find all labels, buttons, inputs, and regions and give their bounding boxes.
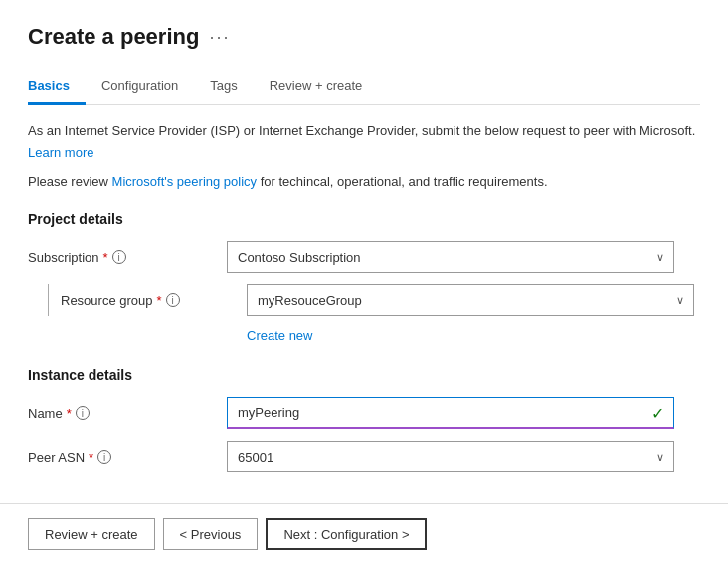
learn-more-link[interactable]: Learn more <box>28 145 93 160</box>
peer-asn-label: Peer ASN * i <box>28 450 227 465</box>
subscription-select-wrapper: Contoso Subscription <box>227 241 674 273</box>
footer: Review + create < Previous Next : Config… <box>0 503 728 564</box>
tab-configuration[interactable]: Configuration <box>101 70 194 105</box>
name-required: * <box>67 406 72 421</box>
tab-review-create[interactable]: Review + create <box>270 70 379 105</box>
resource-group-required: * <box>157 293 162 308</box>
tab-bar: Basics Configuration Tags Review + creat… <box>28 70 700 105</box>
subscription-info-icon[interactable]: i <box>112 250 126 264</box>
resource-group-select-wrapper: myResouceGroup <box>247 284 694 316</box>
next-configuration-button[interactable]: Next : Configuration > <box>266 518 427 550</box>
subscription-row: Subscription * i Contoso Subscription <box>28 241 700 273</box>
previous-button[interactable]: < Previous <box>163 518 259 550</box>
peer-asn-select-wrapper: 65001 <box>227 441 674 472</box>
resource-group-label-container: Resource group * i <box>48 284 247 316</box>
name-label: Name * i <box>28 406 227 421</box>
subscription-select[interactable]: Contoso Subscription <box>227 241 674 273</box>
resource-group-info-icon[interactable]: i <box>166 293 180 307</box>
policy-text: Please review Microsoft's peering policy… <box>28 172 700 192</box>
review-create-button[interactable]: Review + create <box>28 518 155 550</box>
peer-asn-select[interactable]: 65001 <box>227 441 674 472</box>
instance-details-header: Instance details <box>28 367 700 383</box>
resource-group-select[interactable]: myResouceGroup <box>247 284 694 316</box>
peer-asn-row: Peer ASN * i 65001 <box>28 441 700 472</box>
peer-asn-control: 65001 <box>227 441 674 472</box>
subscription-required: * <box>103 250 108 265</box>
page-header: Create a peering ··· <box>28 24 700 50</box>
name-row: Name * i ✓ <box>28 397 700 429</box>
name-input[interactable] <box>227 397 674 429</box>
subscription-label: Subscription * i <box>28 250 227 265</box>
name-input-wrapper: ✓ <box>227 397 674 429</box>
resource-group-control: myResouceGroup <box>247 284 694 316</box>
subscription-control: Contoso Subscription <box>227 241 674 273</box>
name-info-icon[interactable]: i <box>76 406 90 420</box>
tab-basics[interactable]: Basics <box>28 70 86 105</box>
resource-group-row: Resource group * i myResouceGroup <box>48 284 700 316</box>
peering-policy-link[interactable]: Microsoft's peering policy <box>112 174 258 189</box>
peer-asn-info-icon[interactable]: i <box>97 450 111 464</box>
project-details-header: Project details <box>28 211 700 227</box>
info-main-text: As an Internet Service Provider (ISP) or… <box>28 121 700 141</box>
page-title: Create a peering <box>28 24 199 50</box>
name-check-icon: ✓ <box>651 404 664 423</box>
create-new-link[interactable]: Create new <box>247 328 312 343</box>
tab-tags[interactable]: Tags <box>210 70 253 105</box>
instance-details-section: Instance details Name * i ✓ Peer ASN * i <box>28 367 700 472</box>
ellipsis-menu-icon[interactable]: ··· <box>209 27 230 48</box>
project-details-section: Project details Subscription * i Contoso… <box>28 211 700 343</box>
name-control: ✓ <box>227 397 674 429</box>
peer-asn-required: * <box>89 450 93 465</box>
